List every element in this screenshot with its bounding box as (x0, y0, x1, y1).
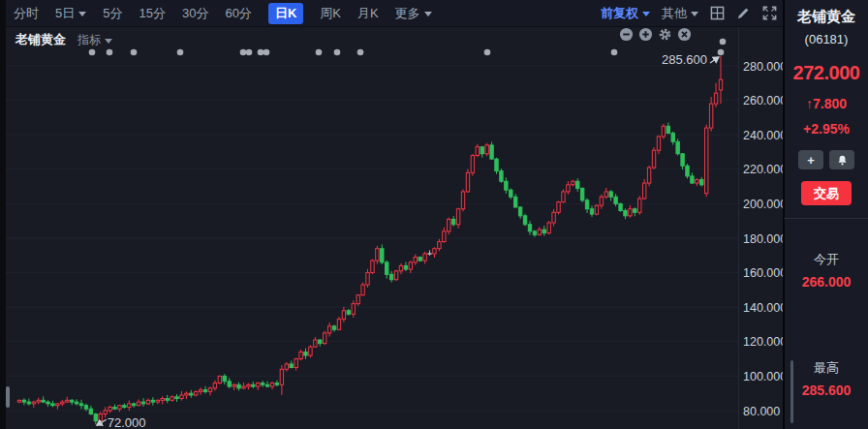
candle-body (332, 326, 335, 330)
candle-body (686, 166, 689, 176)
event-marker-dot[interactable] (240, 49, 247, 56)
candle-body (700, 179, 703, 184)
candle-body (75, 402, 78, 404)
event-marker-dot[interactable] (718, 49, 725, 56)
candle-body (265, 384, 268, 386)
candle-body (466, 172, 469, 192)
candle-body (490, 145, 493, 159)
trading-app-window: 分时5日5分15分30分60分日K周K月K更多 前复权 其他 (0, 0, 868, 429)
candle-body (619, 203, 622, 210)
event-marker-dot[interactable] (611, 49, 618, 56)
candle-body (547, 223, 550, 233)
candle-body (518, 207, 521, 216)
candle-body (514, 197, 517, 207)
indicator-dropdown[interactable]: 指标 (78, 32, 112, 48)
candle-body (696, 179, 698, 183)
event-marker-dot[interactable] (246, 49, 253, 56)
event-marker-dot[interactable] (258, 49, 264, 56)
candle-body (495, 159, 498, 170)
candle-body (657, 137, 660, 150)
y-axis-tick-label: 160.000 (743, 266, 787, 280)
event-marker-dot[interactable] (107, 49, 113, 56)
chart-region: 分时5日5分15分30分60分日K周K月K更多 前复权 其他 (0, 0, 783, 429)
quote-panel: 老铺黄金 (06181) 272.000 ↑7.800 +2.95% + 交易 … (783, 0, 868, 429)
candle-body (203, 390, 206, 392)
zoom-in-icon[interactable] (638, 27, 653, 42)
y-axis-tick-label: 140.000 (743, 301, 787, 315)
candle-body (175, 397, 178, 399)
candle-body (476, 147, 479, 156)
candle-body (642, 183, 645, 199)
candle-body (290, 364, 293, 368)
candlestick-chart[interactable]: 280.000260.000240.000220.000200.000180.0… (6, 0, 789, 429)
event-marker-dot[interactable] (720, 39, 727, 46)
close-icon[interactable] (677, 27, 692, 42)
candle-body (356, 295, 359, 304)
quote-stock-name: 老铺黄金 (797, 8, 855, 26)
candle-body (580, 188, 583, 199)
settings-gear-icon[interactable] (658, 27, 672, 42)
candle-body (327, 326, 330, 333)
candle-body (257, 383, 260, 387)
candle-body (185, 393, 188, 395)
candle-body (381, 249, 384, 262)
field-high: 最高 285.600 (802, 359, 852, 398)
event-marker-dot[interactable] (264, 49, 270, 56)
candle-body (156, 400, 159, 402)
candle-body (32, 402, 35, 404)
event-marker-dot[interactable] (177, 49, 184, 56)
candle-body (237, 384, 240, 388)
candle-body (285, 364, 288, 369)
low-price-annotation: 72.000 (108, 415, 146, 429)
candle-body (533, 231, 536, 235)
candle-body (352, 304, 355, 315)
candle-body (190, 393, 193, 395)
candle-body (17, 400, 20, 402)
add-to-watchlist-button[interactable]: + (798, 150, 823, 169)
candle-body (366, 273, 369, 285)
candle-body (108, 407, 111, 411)
candle-body (638, 199, 641, 212)
price-alert-button[interactable] (829, 150, 854, 169)
trade-button[interactable]: 交易 (801, 181, 852, 205)
event-marker-dot[interactable] (484, 49, 491, 56)
candle-body (309, 347, 312, 355)
event-marker-dot[interactable] (316, 49, 323, 56)
event-marker-dot[interactable] (131, 49, 138, 56)
zoom-out-icon[interactable] (619, 27, 634, 42)
candle-body (448, 219, 450, 230)
candle-body (180, 395, 183, 399)
candle-body (104, 411, 107, 414)
candle-body (456, 209, 459, 225)
panel-scrollbar-thumb[interactable] (790, 360, 793, 423)
event-marker-dot[interactable] (357, 49, 364, 56)
candle-body (137, 402, 140, 406)
candle-body (342, 311, 345, 320)
event-marker-dot[interactable] (89, 49, 96, 56)
candle-body (42, 400, 45, 402)
candle-body (386, 262, 388, 274)
candle-body (629, 209, 632, 216)
left-edge-scrollbar[interactable] (6, 386, 10, 408)
candle-body (347, 311, 350, 315)
candle-body (128, 404, 131, 408)
y-axis-tick-label: 200.000 (743, 198, 787, 211)
candle-body (46, 402, 49, 404)
candle-body (609, 192, 612, 197)
candle-body (223, 376, 226, 381)
candle-body (562, 192, 565, 202)
candle-body (371, 260, 374, 272)
candle-body (337, 320, 340, 330)
candle-body (480, 147, 483, 154)
candle-body (141, 402, 144, 404)
y-axis-tick-label: 100.000 (743, 370, 787, 383)
chart-stock-name: 老铺黄金 (16, 31, 66, 48)
candle-body (595, 205, 598, 214)
event-marker-dot[interactable] (334, 49, 341, 56)
candle-body (218, 376, 221, 383)
candle-body (671, 133, 674, 141)
candle-body (652, 150, 655, 168)
chart-control-icons (619, 27, 692, 42)
candle-body (113, 407, 116, 409)
candle-body (542, 230, 545, 233)
